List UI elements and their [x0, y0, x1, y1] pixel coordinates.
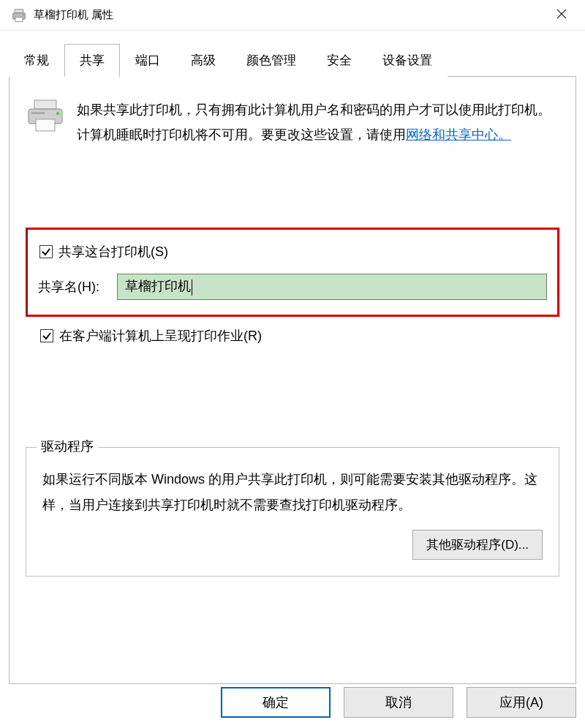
svg-rect-6 — [36, 119, 55, 131]
svg-rect-2 — [15, 17, 23, 21]
svg-rect-8 — [31, 112, 45, 114]
svg-point-3 — [23, 14, 24, 15]
text-caret — [192, 279, 192, 296]
ok-button[interactable]: 确定 — [221, 687, 331, 718]
highlight-box: 共享这台打印机(S) 共享名(H): 草榴打印机 — [26, 228, 559, 317]
cancel-button[interactable]: 取消 — [344, 687, 453, 718]
printer-icon — [12, 9, 26, 22]
share-name-label: 共享名(H): — [38, 278, 99, 296]
tab-strip: 常规 共享 端口 高级 颜色管理 安全 设备设置 — [0, 31, 585, 77]
dialog-buttons: 确定 取消 应用(A) — [221, 687, 576, 718]
drivers-legend: 驱动程序 — [37, 438, 98, 455]
drivers-text: 如果运行不同版本 Windows 的用户共享此打印机，则可能需要安装其他驱动程序… — [42, 467, 543, 518]
apply-button[interactable]: 应用(A) — [467, 687, 576, 718]
tab-color-mgmt[interactable]: 颜色管理 — [231, 44, 312, 77]
titlebar: 草榴打印机 属性 — [0, 0, 585, 31]
tab-sharing[interactable]: 共享 — [64, 44, 120, 78]
tab-ports[interactable]: 端口 — [120, 44, 176, 77]
tab-dev-settings[interactable]: 设备设置 — [367, 44, 448, 77]
render-client-label: 在客户端计算机上呈现打印作业(R) — [59, 327, 262, 345]
tab-content: 如果共享此打印机，只有拥有此计算机用户名和密码的用户才可以使用此打印机。计算机睡… — [9, 77, 576, 684]
description-text: 如果共享此打印机，只有拥有此计算机用户名和密码的用户才可以使用此打印机。计算机睡… — [77, 97, 559, 147]
window-title: 草榴打印机 属性 — [34, 8, 547, 22]
share-name-row: 共享名(H): 草榴打印机 — [38, 274, 547, 300]
tab-advanced[interactable]: 高级 — [176, 44, 231, 77]
render-client-checkbox-row: 在客户端计算机上呈现打印作业(R) — [40, 327, 559, 345]
share-printer-label: 共享这台打印机(S) — [58, 243, 168, 260]
description-row: 如果共享此打印机，只有拥有此计算机用户名和密码的用户才可以使用此打印机。计算机睡… — [26, 97, 559, 147]
render-client-checkbox[interactable] — [40, 329, 53, 342]
printer-large-icon — [26, 99, 65, 132]
close-icon[interactable] — [547, 7, 576, 23]
tab-security[interactable]: 安全 — [312, 44, 367, 77]
svg-rect-4 — [34, 100, 56, 109]
drivers-group: 驱动程序 如果运行不同版本 Windows 的用户共享此打印机，则可能需要安装其… — [26, 447, 559, 576]
share-printer-checkbox[interactable] — [39, 245, 53, 258]
share-name-input[interactable]: 草榴打印机 — [117, 274, 547, 300]
svg-rect-0 — [15, 9, 23, 12]
share-name-value: 草榴打印机 — [125, 279, 191, 293]
tab-general[interactable]: 常规 — [9, 44, 64, 77]
network-sharing-link[interactable]: 网络和共享中心。 — [406, 127, 511, 142]
share-printer-checkbox-row: 共享这台打印机(S) — [39, 243, 547, 260]
svg-point-7 — [56, 112, 59, 115]
additional-drivers-button[interactable]: 其他驱动程序(D)... — [412, 530, 543, 560]
